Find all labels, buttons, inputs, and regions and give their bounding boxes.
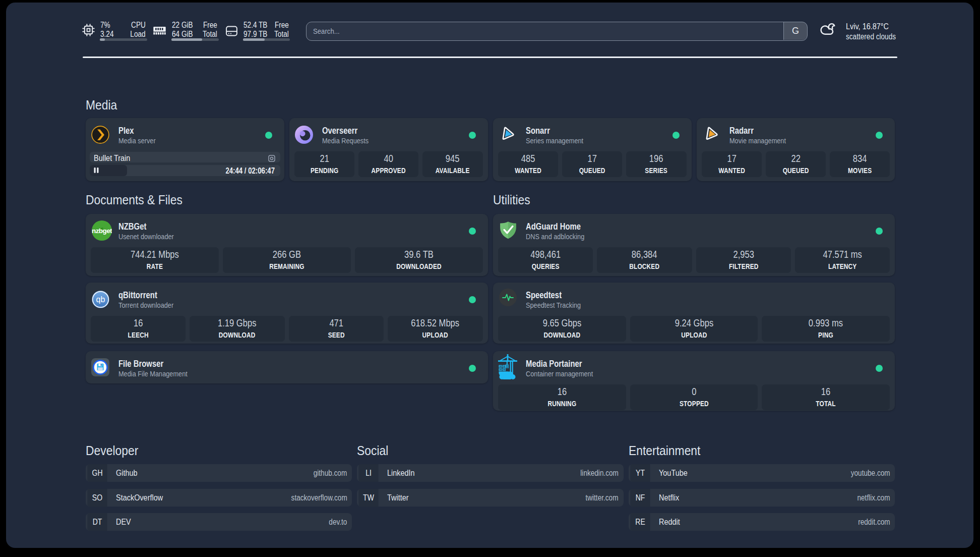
- svg-text:qb: qb: [96, 295, 105, 304]
- svg-text:nzbget: nzbget: [92, 227, 112, 235]
